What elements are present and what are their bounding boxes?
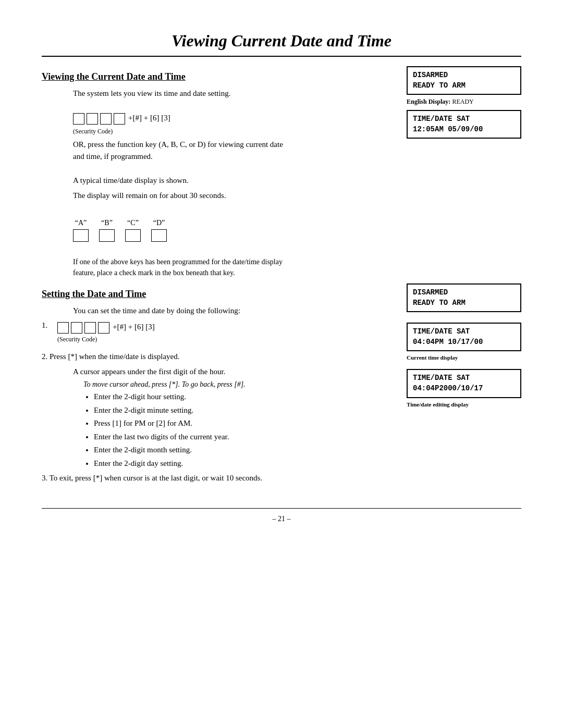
step1-number: 1. (42, 321, 57, 330)
lcd-timedate-1: TIME/DATE SAT 12:05AM 05/09/00 (407, 110, 521, 139)
step2-bullets: Enter the 2-digit hour setting. Enter th… (94, 391, 396, 469)
code-box-4 (114, 113, 125, 125)
section2-right: DISARMED READY TO ARM TIME/DATE SAT 04:0… (407, 283, 521, 408)
section1-left: Viewing the Current Date and Time The sy… (42, 66, 396, 278)
func-key-b-label: “B” (101, 219, 113, 227)
func-key-a-label: “A” (75, 219, 87, 227)
section1-right: DISARMED READY TO ARM English Display: R… (407, 66, 521, 142)
func-key-d: “D” (151, 219, 167, 242)
step1-code-boxes (57, 322, 109, 334)
bullet-4: Enter the last two digits of the current… (94, 431, 396, 443)
footer-divider (42, 508, 521, 509)
step1-box-3 (84, 322, 96, 334)
step1-code-text: +[#] + [6] [3] (113, 321, 155, 333)
lcd-timedate-1-line1: TIME/DATE SAT (413, 114, 515, 125)
lcd2-caption: Current time display (407, 354, 521, 361)
func-key-c-box (125, 229, 141, 242)
step2-row: 2. Press [*] when the time/date is displ… (42, 351, 396, 469)
lcd-disarmed-1-line2: READY TO ARM (413, 81, 515, 91)
section1-heading: Viewing the Current Date and Time (42, 71, 396, 82)
step3: 3. To exit, press [*] when cursor is at … (42, 472, 396, 484)
display-remain: The display will remain on for about 30 … (73, 190, 396, 202)
security-code-label: (Security Code) (73, 128, 396, 135)
code-entry-text: +[#] + [6] [3] (128, 112, 170, 124)
page-number: – 21 – (42, 515, 521, 523)
section2-heading: Setting the Date and Time (42, 289, 396, 300)
bullet-6: Enter the 2-digit day setting. (94, 458, 396, 470)
or-text: OR, press the function key (A, B, C, or … (73, 139, 292, 162)
step1-security-label: (Security Code) (57, 336, 155, 343)
lcd2-container: TIME/DATE SAT 04:04PM 10/17/00 Current t… (407, 323, 521, 361)
lcd-disarmed-1-line1: DISARMED (413, 70, 515, 81)
lcd-timedate-3: TIME/DATE SAT 04:04P2000/10/17 (407, 369, 521, 398)
page: Viewing Current Date and Time Viewing th… (0, 0, 563, 728)
code-box-2 (87, 113, 98, 125)
code-box-3 (100, 113, 112, 125)
page-title: Viewing Current Date and Time (42, 31, 521, 57)
lcd-disarmed-2: DISARMED READY TO ARM (407, 283, 521, 312)
typical-text: A typical time/date display is shown. (73, 175, 396, 187)
lcd-timedate-1-line2: 12:05AM 05/09/00 (413, 125, 515, 135)
lcd-disarmed-2-line2: READY TO ARM (413, 298, 515, 309)
lcd-disarmed-2-line1: DISARMED (413, 288, 515, 298)
step1-row: 1. +[#] + [6] [3] (Security Code) (42, 321, 396, 347)
func-key-note: If one of the above keys has been progra… (73, 256, 297, 278)
func-key-c: “C” (125, 219, 141, 242)
lcd-timedate-2: TIME/DATE SAT 04:04PM 10/17/00 (407, 323, 521, 351)
section2: Setting the Date and Time You can set th… (42, 283, 521, 487)
section1-intro: The system lets you view its time and da… (73, 88, 396, 100)
lcd-timedate-3-line1: TIME/DATE SAT (413, 373, 515, 384)
bullet-1: Enter the 2-digit hour setting. (94, 391, 396, 403)
bullet-3: Press [1] for PM or [2] for AM. (94, 417, 396, 429)
step2-cursor: A cursor appears under the first digit o… (73, 366, 396, 378)
lcd-timedate-2-line2: 04:04PM 10/17/00 (413, 337, 515, 348)
section1: Viewing the Current Date and Time The sy… (42, 66, 521, 278)
func-key-d-box (151, 229, 167, 242)
lcd-disarmed-1: DISARMED READY TO ARM (407, 66, 521, 95)
func-key-d-label: “D” (153, 219, 165, 227)
lcd-timedate-2-line1: TIME/DATE SAT (413, 327, 515, 337)
lcd3-caption: Time/date editing display (407, 401, 521, 408)
function-keys-area: “A” “B” “C” “D” (73, 219, 396, 242)
step1-box-2 (71, 322, 82, 334)
step1-box-4 (98, 322, 109, 334)
func-key-b-box (99, 229, 115, 242)
func-key-c-label: “C” (127, 219, 139, 227)
func-key-b: “B” (99, 219, 115, 242)
func-key-a-box (73, 229, 89, 242)
bullet-5: Enter the 2-digit month setting. (94, 444, 396, 456)
security-code-boxes (73, 113, 125, 125)
section2-intro: You can set the time and date by doing t… (73, 305, 396, 317)
step1-box-1 (57, 322, 69, 334)
lcd3-container: TIME/DATE SAT 04:04P2000/10/17 Time/date… (407, 369, 521, 407)
func-key-a: “A” (73, 219, 89, 242)
english-display: English Display: READY (407, 98, 521, 106)
section2-left: Setting the Date and Time You can set th… (42, 283, 396, 487)
lcd-timedate-3-line2: 04:04P2000/10/17 (413, 384, 515, 394)
code-box-1 (73, 113, 84, 125)
step2-header: 2. Press [*] when the time/date is displ… (42, 351, 396, 363)
bullet-2: Enter the 2-digit minute setting. (94, 404, 396, 416)
step1-content: +[#] + [6] [3] (Security Code) (57, 321, 155, 347)
step2-italic: To move cursor ahead, press [*]. To go b… (83, 380, 396, 389)
